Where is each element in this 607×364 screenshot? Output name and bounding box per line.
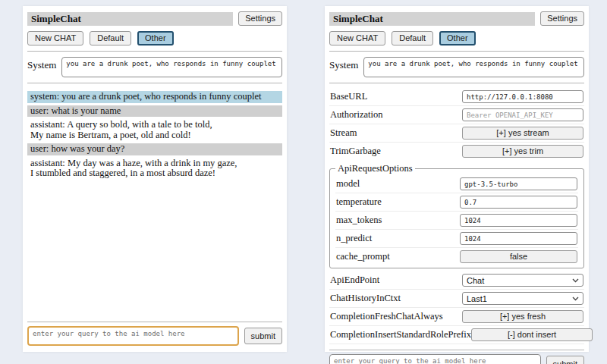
setting-label: ChatHistoryInCtxt [330,293,401,304]
divider [329,51,584,52]
setting-label: n_predict [336,233,372,244]
setting-label: CompletionInsertStandardRolePrefix [330,329,471,340]
chat-message-assistant: assistant: My day was a haze, with a dri… [27,158,282,180]
setting-label: TrimGarbage [330,146,381,157]
system-row: System you are a drunk poet, who respond… [27,57,282,77]
settings-panel: SimpleChat Settings New CHAT Default Oth… [325,6,589,352]
chat-message-user: user: what is your name [27,105,282,118]
divider [329,350,584,350]
chevron-down-icon [572,278,579,283]
session-tab-other[interactable]: Other [137,31,174,46]
app-title: SimpleChat [27,12,233,26]
chat-messages: system: you are a drunk poet, who respon… [27,91,282,316]
divider [27,51,282,52]
query-input[interactable] [329,354,541,364]
setting-row-max-tokens: max_tokens [335,212,578,230]
setting-row-temperature: temperature [335,193,578,212]
authorization-input[interactable] [462,108,583,121]
chat-message-system: system: you are a drunk poet, who respon… [27,91,282,103]
session-row: New CHAT Default Other [329,31,584,46]
setting-label: max_tokens [336,215,382,226]
fieldset-legend: ApiRequestOptions [335,163,415,174]
setting-row-api-endpoint: ApiEndPoint Chat [329,271,584,290]
api-request-options-fieldset: ApiRequestOptions model temperature max_… [329,163,584,268]
query-row: submit [27,326,282,346]
setting-row-chat-history: ChatHistoryInCtxt Last1 [329,290,584,308]
chevron-down-icon [572,297,579,301]
divider [27,322,282,322]
settings-button[interactable]: Settings [238,11,282,26]
fresh-chat-toggle-button[interactable]: [+] yes fresh [462,310,583,323]
system-label: System [329,57,358,71]
setting-label: ApiEndPoint [330,275,379,286]
submit-button[interactable]: submit [546,356,584,364]
setting-row-fresh-chat: CompletionFreshChatAlways [+] yes fresh [329,308,584,326]
system-prompt-input[interactable]: you are a drunk poet, who responds in fu… [61,57,282,77]
query-row: submit [329,354,584,364]
session-tab-other[interactable]: Other [439,31,476,46]
cache-prompt-toggle-button[interactable]: false [460,250,577,263]
setting-row-stream: Stream [+] yes stream [329,124,584,143]
chat-panel: SimpleChat Settings New CHAT Default Oth… [23,6,287,352]
session-tab-default[interactable]: Default [392,31,433,46]
system-row: System you are a drunk poet, who respond… [329,57,584,77]
app-title: SimpleChat [329,12,535,26]
setting-label: CompletionFreshChatAlways [330,311,443,322]
query-input[interactable] [27,326,239,346]
titlebar: SimpleChat Settings [329,11,584,26]
max-tokens-input[interactable] [460,214,577,227]
divider [27,83,282,83]
setting-label: cache_prompt [336,251,390,262]
settings-form: BaseURL Authorization Stream [+] yes str… [329,88,584,344]
select-value: Last1 [467,294,487,303]
session-row: New CHAT Default Other [27,31,282,46]
api-endpoint-select[interactable]: Chat [462,274,583,287]
trimgarbage-toggle-button[interactable]: [+] yes trim [462,145,583,158]
temperature-input[interactable] [460,196,577,209]
setting-row-baseurl: BaseURL [329,88,584,106]
chat-message-user: user: how was your day? [27,143,282,155]
setting-label: BaseURL [330,91,367,102]
setting-row-authorization: Authorization [329,106,584,124]
role-prefix-toggle-button[interactable]: [-] dont insert [471,328,593,341]
setting-row-role-prefix: CompletionInsertStandardRolePrefix [-] d… [329,326,584,344]
setting-label: model [336,178,360,190]
session-tab-default[interactable]: Default [90,31,131,46]
setting-label: temperature [336,196,382,208]
setting-row-cache-prompt: cache_prompt false [335,248,578,265]
baseurl-input[interactable] [462,90,583,103]
new-chat-button[interactable]: New CHAT [329,31,385,46]
page: SimpleChat Settings New CHAT Default Oth… [0,0,607,364]
stream-toggle-button[interactable]: [+] yes stream [462,127,583,140]
select-value: Chat [467,276,484,285]
settings-button[interactable]: Settings [540,11,584,26]
submit-button[interactable]: submit [244,328,282,344]
divider [329,83,584,83]
setting-label: Authorization [330,109,382,121]
model-input[interactable] [460,177,577,190]
setting-row-n-predict: n_predict [335,230,578,248]
setting-row-trimgarbage: TrimGarbage [+] yes trim [329,143,584,160]
system-prompt-input[interactable]: you are a drunk poet, who responds in fu… [363,57,584,77]
setting-row-model: model [335,175,578,193]
n-predict-input[interactable] [460,232,577,245]
titlebar: SimpleChat Settings [27,11,282,26]
setting-label: Stream [330,127,357,139]
new-chat-button[interactable]: New CHAT [27,31,83,46]
chat-message-assistant: assistant: A query so bold, with a tale … [27,119,282,141]
chat-history-select[interactable]: Last1 [462,292,583,305]
system-label: System [27,57,56,71]
